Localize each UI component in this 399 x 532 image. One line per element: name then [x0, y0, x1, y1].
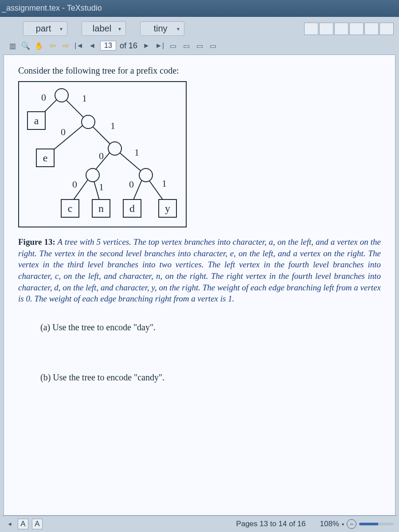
- status-pages: Pages 13 to 14 of 16: [236, 520, 306, 528]
- leaf-c: c: [61, 199, 79, 218]
- structure-toolbar: part label tiny: [2, 20, 397, 38]
- status-icon-1[interactable]: A: [18, 519, 28, 529]
- fit-icon-2[interactable]: ▭: [181, 40, 192, 51]
- leaf-y: y: [158, 199, 177, 218]
- zoom-dropdown-icon[interactable]: ▾: [342, 522, 344, 527]
- figure-label: Figure 13:: [18, 237, 55, 246]
- leaf-n: n: [92, 199, 110, 218]
- leaf-d: d: [123, 199, 141, 218]
- edge-5: 1: [134, 147, 139, 158]
- nav-prev-icon[interactable]: ⇦: [47, 40, 58, 51]
- pdf-page: Consider the following tree for a prefix…: [4, 55, 395, 433]
- intro-text: Consider the following tree for a prefix…: [18, 66, 381, 76]
- hand-icon[interactable]: ✋: [34, 40, 44, 51]
- nav-next-icon[interactable]: ⇨: [60, 40, 71, 51]
- layout-icon-3[interactable]: [334, 23, 348, 35]
- page-number-input[interactable]: [100, 41, 116, 51]
- edge-9: 1: [162, 178, 167, 189]
- edge-1: 1: [82, 93, 87, 104]
- fit-icon-3[interactable]: ▭: [194, 40, 205, 51]
- scroll-left-icon[interactable]: ◄: [5, 521, 14, 527]
- edge-7: 1: [99, 181, 104, 193]
- layout-icon-6[interactable]: [379, 23, 394, 35]
- label-dropdown[interactable]: label: [82, 21, 126, 36]
- tree-node-level4-right: [139, 168, 153, 182]
- layout-icon-5[interactable]: [364, 23, 379, 35]
- nav-back-icon[interactable]: ◄: [87, 40, 98, 51]
- search-icon[interactable]: 🔍: [20, 40, 31, 51]
- edge-4: 0: [99, 150, 104, 162]
- zoom-slider[interactable]: [359, 523, 394, 525]
- part-dropdown[interactable]: part: [23, 21, 67, 36]
- nav-fwd-icon[interactable]: ►: [141, 40, 152, 51]
- edge-0: 0: [41, 92, 46, 103]
- nav-first-icon[interactable]: |◄: [74, 40, 84, 51]
- edge-8: 0: [129, 179, 134, 190]
- question-a: (a) Use the tree to encode "day".: [40, 322, 381, 332]
- window-content: part label tiny ▥ 🔍 ✋ ⇦ ⇨ |◄ ◄ of 16 ► ►…: [0, 17, 399, 532]
- tree-node-level3: [108, 141, 122, 156]
- fit-icon-1[interactable]: ▭: [168, 40, 178, 51]
- edge-6: 0: [72, 179, 77, 190]
- layout-icon-2[interactable]: [319, 23, 333, 35]
- tree-root-node: [55, 88, 69, 102]
- pdf-icon[interactable]: ▥: [7, 40, 18, 51]
- pdf-nav-toolbar: ▥ 🔍 ✋ ⇦ ⇨ |◄ ◄ of 16 ► ►| ▭ ▭ ▭ ▭: [2, 38, 397, 55]
- question-b: (b) Use the tree to encode "candy".: [40, 372, 381, 383]
- zoom-label: 108%: [320, 520, 339, 528]
- status-bar: ◄ A A Pages 13 to 14 of 16 108% ▾ −: [2, 516, 397, 532]
- edge-2: 0: [61, 126, 66, 138]
- zoom-group: 108% ▾ −: [320, 519, 394, 529]
- layout-icon-1[interactable]: [304, 23, 318, 35]
- layout-icon-4[interactable]: [349, 23, 364, 35]
- tree-node-level2: [81, 115, 95, 129]
- window-title: _assignment.tex - TeXstudio: [2, 4, 102, 12]
- leaf-e: e: [36, 149, 55, 167]
- page-of-label: of 16: [120, 41, 137, 51]
- tree-node-level4-left: [86, 168, 100, 182]
- fit-icon-4[interactable]: ▭: [207, 40, 218, 51]
- status-icon-2[interactable]: A: [32, 519, 43, 529]
- layout-icon-group: [304, 23, 394, 35]
- tree-figure: a e c n d y 0 1 0 1 0 1 0 1 0 1: [18, 81, 187, 227]
- zoom-out-button[interactable]: −: [347, 519, 356, 529]
- leaf-a: a: [27, 111, 46, 130]
- edge-3: 1: [110, 120, 115, 132]
- pdf-viewer[interactable]: Consider the following tree for a prefix…: [4, 55, 395, 516]
- tiny-dropdown[interactable]: tiny: [140, 21, 184, 36]
- figure-caption-body: A tree with 5 vertices. The top vertex b…: [18, 237, 381, 303]
- window-titlebar: _assignment.tex - TeXstudio: [0, 0, 399, 17]
- nav-last-icon[interactable]: ►|: [154, 40, 165, 51]
- figure-caption: Figure 13: A tree with 5 vertices. The t…: [18, 236, 381, 305]
